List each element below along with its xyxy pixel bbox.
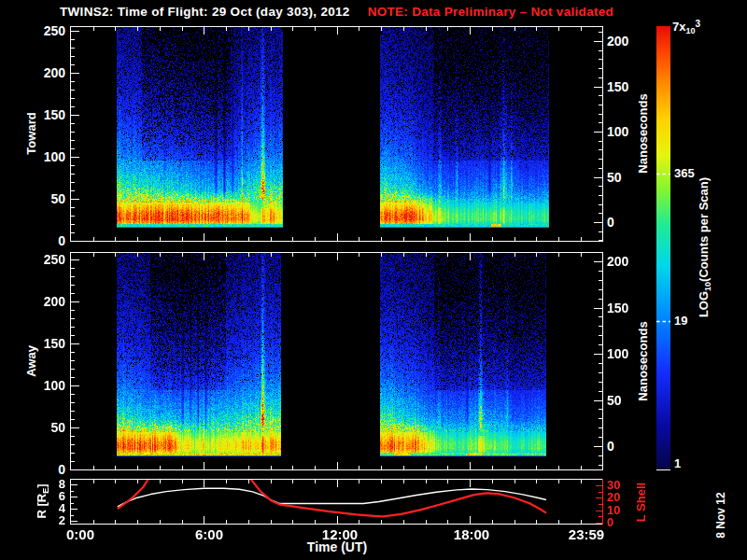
away-panel [70, 252, 603, 470]
axis-tick [599, 516, 602, 517]
axis-tick [71, 157, 79, 158]
axis-tick [447, 237, 448, 241]
axis-tick [248, 27, 249, 31]
axis-tick [596, 485, 602, 486]
axis-tick [93, 520, 94, 524]
axis-tick [599, 271, 602, 272]
axis-tick [470, 480, 471, 487]
axis-tick [599, 168, 602, 169]
axis-tick [315, 253, 316, 257]
axis-tick [337, 516, 338, 524]
axis-tick [594, 132, 602, 133]
axis-tick [271, 520, 272, 524]
axis-tick [182, 253, 183, 257]
figure: TWINS2: Time of Flight: 29 Oct (day 303)… [0, 0, 747, 560]
axis-tick [248, 466, 249, 469]
axis-tick [581, 480, 582, 483]
axis-tick [599, 186, 602, 187]
axis-tick [594, 222, 602, 223]
axis-tick [292, 520, 293, 524]
axis-tick [71, 285, 75, 286]
axis-tick [71, 369, 75, 370]
axis-tick [426, 480, 427, 483]
axis-tick [71, 140, 75, 141]
axis-tick [599, 316, 602, 317]
axis-tick [204, 253, 204, 260]
axis-tick [599, 382, 602, 383]
axis-tick [599, 159, 602, 160]
axis-tick [492, 466, 493, 469]
axis-tick [599, 280, 602, 281]
axis-tick [403, 466, 404, 469]
axis-tick [271, 253, 272, 257]
axis-tick [226, 520, 227, 524]
axis-tick [381, 480, 382, 483]
axis-tick [315, 27, 316, 31]
axis-tick [71, 48, 75, 49]
axis-tick [71, 81, 75, 82]
axis-tick [558, 480, 559, 483]
axis-tick [359, 253, 359, 257]
axis-tick [514, 237, 515, 241]
axis-tick [71, 318, 75, 319]
axis-tick [514, 520, 515, 524]
axis-tick [226, 27, 227, 31]
axis-tick [71, 394, 75, 395]
axis-tick [426, 520, 427, 524]
axis-tick [71, 427, 79, 428]
axis-tick [599, 149, 602, 150]
toward-spectrogram [71, 27, 602, 241]
axis-tick [315, 480, 316, 483]
axis-tick [594, 354, 602, 355]
away-spectrogram [71, 253, 602, 469]
axis-tick [137, 237, 138, 241]
axis-tick [594, 261, 602, 262]
axis-tick [71, 436, 75, 437]
axis-tick [71, 461, 75, 462]
axis-tick [599, 391, 602, 392]
ns-tick-label: 150 [607, 301, 646, 315]
axis-tick [71, 385, 79, 386]
ns-tick-label: 0 [607, 215, 646, 230]
axis-tick [137, 520, 138, 524]
colorbar-max-label: 7x103 [672, 19, 700, 35]
axis-tick [599, 427, 602, 428]
away-ytick-label: 200 [0, 294, 65, 309]
time-tick-label: 23:59 [555, 527, 618, 542]
toward-ytick-label: 0 [0, 233, 65, 248]
axis-tick [71, 419, 75, 420]
axis-tick [71, 64, 75, 65]
axis-tick [115, 520, 116, 524]
axis-tick [599, 344, 602, 345]
axis-tick [581, 27, 582, 31]
toward-ytick-label: 250 [0, 23, 65, 38]
axis-tick [599, 32, 602, 33]
axis-tick [581, 237, 582, 241]
axis-tick [492, 520, 493, 524]
axis-tick [71, 335, 75, 336]
axis-tick [596, 511, 602, 511]
title-note: NOTE: Data Preliminary – Not validated [368, 5, 613, 19]
axis-tick [248, 520, 249, 524]
axis-tick [71, 232, 75, 233]
axis-tick [581, 253, 582, 257]
axis-tick [271, 466, 272, 469]
axis-tick [71, 31, 79, 32]
axis-tick [594, 41, 602, 42]
axis-tick [271, 27, 272, 31]
axis-tick [226, 237, 227, 241]
page-title: TWINS2: Time of Flight: 29 Oct (day 303)… [60, 5, 613, 19]
axis-tick [71, 515, 74, 516]
axis-tick [381, 237, 382, 241]
axis-tick [536, 253, 537, 257]
axis-tick [599, 326, 602, 327]
colorbar-gradient [656, 26, 670, 469]
axis-tick [137, 466, 138, 469]
axis-tick [599, 437, 602, 438]
axis-tick [514, 480, 515, 483]
axis-tick [271, 237, 272, 241]
axis-tick [536, 466, 537, 469]
l-shell-tick-label: 10 [607, 503, 644, 518]
axis-tick [71, 497, 78, 497]
axis-tick [292, 480, 293, 483]
